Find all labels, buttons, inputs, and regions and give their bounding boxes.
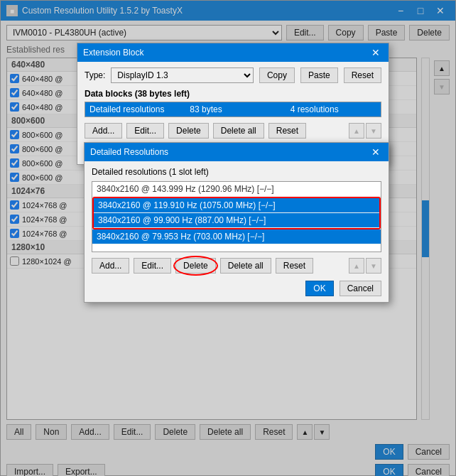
detail-buttons: Add... Edit... Delete Delete all Reset ▲… [92, 258, 381, 274]
block-count: 4 resolutions [291, 104, 376, 114]
detail-item-4[interactable]: 3840x2160 @ 79.953 Hz (703.00 MHz) [−/−] [92, 229, 381, 244]
block-name: Detailed resolutions [89, 104, 175, 114]
detail-delete-all-button[interactable]: Delete all [220, 258, 271, 274]
detail-down-arrow[interactable]: ▼ [366, 258, 381, 274]
detail-title-bar: Detailed Resolutions ✕ [85, 143, 389, 161]
ext-delete-all-button[interactable]: Delete all [213, 123, 264, 139]
type-label: Type: [85, 70, 105, 80]
detail-ok-button[interactable]: OK [305, 281, 333, 296]
extension-title-bar: Extension Block ✕ [77, 43, 389, 62]
detail-item-1[interactable]: 3840x2160 @ 143.999 Hz (1290.96 MHz) [−/… [92, 182, 381, 197]
detail-subtitle: Detailed resolutions (1 slot left) [92, 167, 381, 177]
detail-reset-button[interactable]: Reset [276, 258, 313, 274]
detail-add-button[interactable]: Add... [92, 258, 129, 274]
ext-reset-button[interactable]: Reset [344, 67, 381, 83]
type-row: Type: DisplayID 1.3 Copy Paste Reset [85, 67, 381, 83]
extension-close-button[interactable]: ✕ [369, 46, 383, 59]
detail-item-2[interactable]: 3840x2160 @ 119.910 Hz (1075.00 MHz) [−/… [94, 198, 379, 213]
detail-cancel-button[interactable]: Cancel [340, 281, 381, 296]
delete-btn-wrapper: Delete [175, 258, 216, 274]
type-select[interactable]: DisplayID 1.3 [111, 67, 254, 83]
data-blocks-list: Detailed resolutions 83 bytes 4 resoluti… [85, 102, 381, 117]
ext-reset-bottom-button[interactable]: Reset [268, 123, 306, 139]
ext-edit-button[interactable]: Edit... [126, 123, 164, 139]
detail-close-button[interactable]: ✕ [369, 146, 383, 158]
detail-up-arrow[interactable]: ▲ [349, 258, 364, 274]
data-block-item[interactable]: Detailed resolutions 83 bytes 4 resoluti… [85, 102, 381, 117]
detail-resolutions-dialog: Detailed Resolutions ✕ Detailed resoluti… [84, 142, 389, 303]
ext-delete-button[interactable]: Delete [168, 123, 209, 139]
ext-down-arrow[interactable]: ▼ [366, 123, 381, 139]
ext-add-button[interactable]: Add... [85, 123, 122, 139]
ext-bottom-row: Add... Edit... Delete Delete all Reset ▲… [85, 123, 381, 139]
ext-paste-button[interactable]: Paste [300, 67, 338, 83]
block-size: 83 bytes [190, 104, 276, 114]
detail-ok-cancel: OK Cancel [92, 281, 381, 296]
ext-up-arrow[interactable]: ▲ [349, 123, 364, 139]
extension-dialog-title: Extension Block [83, 48, 369, 58]
red-border-selection: 3840x2160 @ 119.910 Hz (1075.00 MHz) [−/… [92, 197, 381, 229]
detail-delete-button[interactable]: Delete [175, 258, 216, 274]
ext-copy-button[interactable]: Copy [259, 67, 295, 83]
detail-item-3[interactable]: 3840x2160 @ 99.900 Hz (887.00 MHz) [−/−] [94, 213, 379, 228]
data-blocks-label: Data blocks (38 bytes left) [85, 89, 381, 99]
detail-dialog-body: Detailed resolutions (1 slot left) 3840x… [85, 161, 389, 302]
detail-dialog-title: Detailed Resolutions [90, 147, 369, 157]
detail-edit-button[interactable]: Edit... [134, 258, 171, 274]
detail-resolution-list: 3840x2160 @ 143.999 Hz (1290.96 MHz) [−/… [92, 181, 381, 252]
